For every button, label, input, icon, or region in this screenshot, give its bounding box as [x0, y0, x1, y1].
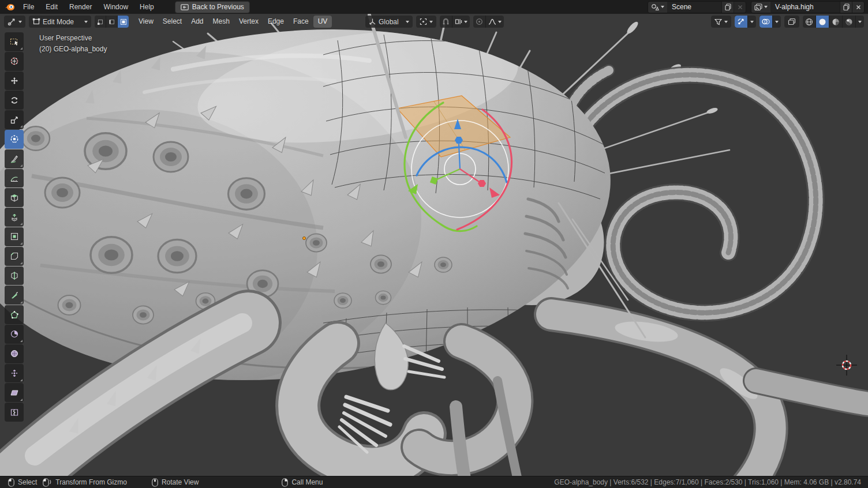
- tool-move[interactable]: [5, 72, 24, 91]
- scene-new-button[interactable]: [721, 2, 734, 13]
- pivot-point-dropdown[interactable]: [416, 16, 436, 28]
- back-to-previous-button[interactable]: Back to Previous: [175, 1, 250, 13]
- wireframe-sphere-icon: [805, 18, 813, 26]
- shading-material-button[interactable]: [829, 16, 842, 28]
- tool-cursor[interactable]: [5, 52, 24, 71]
- mode-dropdown[interactable]: Edit Mode: [29, 16, 91, 28]
- gizmos-group: [735, 16, 756, 28]
- tool-shrink-fatten[interactable]: [5, 364, 24, 383]
- mouse-middle-icon: [152, 478, 158, 487]
- menu-face[interactable]: Face: [289, 16, 313, 28]
- menu-edge[interactable]: Edge: [263, 16, 289, 28]
- transform-orientation-dropdown[interactable]: Global: [365, 16, 413, 28]
- tool-shelf: [5, 32, 24, 422]
- statusbar: Select Transform From Gizmo Rotate View …: [0, 476, 868, 488]
- snap-toggle[interactable]: [440, 16, 452, 28]
- menu-file[interactable]: File: [17, 0, 40, 14]
- rendered-sphere-icon: [845, 18, 853, 26]
- transform-icon: [10, 134, 19, 144]
- tool-transform[interactable]: [5, 130, 24, 149]
- view-layer-selector: V-alpha.high: [751, 1, 865, 13]
- blender-logo-icon[interactable]: [2, 0, 17, 14]
- menu-view[interactable]: View: [134, 16, 158, 28]
- menu-vertex[interactable]: Vertex: [234, 16, 263, 28]
- menu-render[interactable]: Render: [63, 0, 98, 14]
- orientation-label: Global: [379, 18, 399, 26]
- scene-name[interactable]: Scene: [667, 2, 721, 13]
- tool-bevel[interactable]: [5, 247, 24, 266]
- loop-cut-icon: [10, 271, 19, 280]
- scene-delete-button: [734, 2, 746, 13]
- shading-wireframe-button[interactable]: [803, 16, 815, 28]
- tool-smooth[interactable]: [5, 344, 24, 363]
- filter-funnel-icon: [714, 18, 722, 25]
- shading-dropdown[interactable]: [855, 16, 864, 28]
- menu-select[interactable]: Select: [158, 16, 186, 28]
- mode-label: Edit Mode: [43, 18, 74, 26]
- xray-toggle[interactable]: [784, 16, 799, 28]
- scene-statistics: GEO-alpha_body | Verts:6/532 | Edges:7/1…: [554, 478, 868, 486]
- viewport-canvas[interactable]: [0, 14, 868, 476]
- knife-icon: [10, 291, 19, 300]
- extrude-region-icon: [10, 213, 19, 222]
- xray-icon: [788, 18, 796, 25]
- tool-knife[interactable]: [5, 286, 24, 305]
- view-layer-delete-button[interactable]: [852, 2, 864, 13]
- menu-mesh[interactable]: Mesh: [208, 16, 234, 28]
- proportional-falloff-dropdown[interactable]: [485, 16, 504, 28]
- object-origin-dot: [303, 237, 306, 240]
- bevel-icon: [10, 251, 19, 261]
- view-layer-name[interactable]: V-alpha.high: [770, 2, 840, 13]
- snap-settings-dropdown[interactable]: [452, 16, 470, 28]
- menu-add[interactable]: Add: [186, 16, 208, 28]
- rotate-icon: [10, 96, 19, 105]
- edit-mode-icon: [32, 18, 40, 25]
- tool-extrude-region[interactable]: [5, 208, 24, 227]
- show-overlays-toggle[interactable]: [760, 16, 772, 28]
- face-select-icon: [120, 18, 127, 25]
- overlays-icon: [762, 18, 770, 25]
- menu-window[interactable]: Window: [98, 0, 134, 14]
- tool-spin[interactable]: [5, 325, 24, 344]
- tool-scale[interactable]: [5, 110, 24, 129]
- select-mode-edge[interactable]: [106, 16, 117, 28]
- menu-uv[interactable]: UV: [313, 16, 332, 28]
- view-layer-new-button[interactable]: [840, 2, 852, 13]
- gizmos-dropdown[interactable]: [747, 16, 756, 28]
- object-type-visibility-dropdown[interactable]: [711, 16, 731, 28]
- tool-rip-region[interactable]: [5, 403, 24, 422]
- shear-icon: [10, 388, 19, 397]
- gizmo-icon: [737, 18, 745, 25]
- tool-select-box[interactable]: [5, 32, 24, 51]
- scene-icon: [651, 3, 659, 11]
- menu-help[interactable]: Help: [134, 0, 160, 14]
- shading-rendered-button[interactable]: [842, 16, 855, 28]
- tool-shear[interactable]: [5, 383, 24, 402]
- mouse-right-icon: [282, 478, 288, 487]
- shading-solid-button[interactable]: [815, 16, 829, 28]
- scale-icon: [10, 115, 19, 125]
- proportional-edit-toggle[interactable]: [473, 16, 485, 28]
- editor-type-dropdown[interactable]: [4, 16, 25, 28]
- tool-rotate[interactable]: [5, 91, 24, 110]
- select-mode-face[interactable]: [117, 16, 129, 28]
- hint-transform-from-gizmo: Transform From Gizmo: [43, 478, 127, 487]
- scene-browse-button[interactable]: [648, 2, 667, 13]
- editor-3d-viewport-icon: [8, 18, 16, 26]
- scene-selector: Scene: [648, 1, 746, 13]
- show-gizmos-toggle[interactable]: [735, 16, 747, 28]
- duplicate-icon: [843, 3, 850, 10]
- select-mode-vertex[interactable]: [95, 16, 106, 28]
- tool-measure[interactable]: [5, 169, 24, 188]
- falloff-curve-icon: [488, 18, 496, 25]
- tool-add-cube[interactable]: [5, 188, 24, 207]
- tool-annotate[interactable]: [5, 149, 24, 168]
- menu-edit[interactable]: Edit: [40, 0, 63, 14]
- tool-loop-cut[interactable]: [5, 266, 24, 286]
- view-layer-browse-button[interactable]: [751, 2, 770, 13]
- tool-poly-build[interactable]: [5, 305, 24, 324]
- tool-inset-faces[interactable]: [5, 227, 24, 246]
- overlays-dropdown[interactable]: [772, 16, 781, 28]
- mouse-left-drag-icon: [43, 478, 52, 487]
- measure-icon: [10, 174, 19, 183]
